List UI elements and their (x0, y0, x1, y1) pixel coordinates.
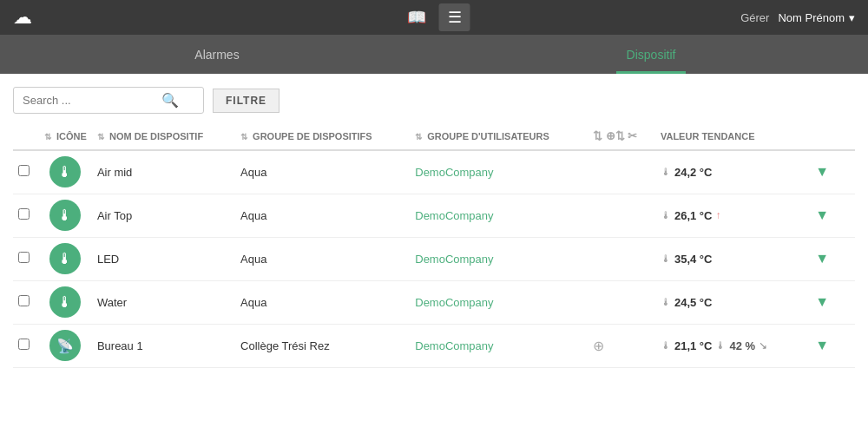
row2-checkbox[interactable] (18, 208, 30, 220)
row3-dropdown-button[interactable]: ▼ (815, 251, 829, 266)
nav-tabs: Alarmes Dispositif (0, 35, 868, 74)
row1-icon-cell: 🌡 (39, 150, 92, 194)
row3-device-name: LED (92, 237, 235, 280)
trend-up-icon: ↑ (715, 209, 720, 221)
col-action (799, 122, 855, 150)
row3-checkbox-cell (13, 237, 39, 280)
row5-trend2-icon: ↘ (759, 339, 767, 352)
col-nom-label: NOM DE DISPOSITIF (109, 131, 203, 141)
table-row: 📡 Bureau 1 Collège Trési Rez DemoCompany… (13, 324, 855, 367)
col-valeur-label: VALEUR TENDANCE (661, 131, 755, 141)
thermometer-small-icon: 🌡 (661, 339, 671, 352)
row4-dropdown-button[interactable]: ▼ (815, 294, 829, 310)
thermometer-small-icon: 🌡 (661, 209, 671, 221)
table-row: 🌡 Air Top Aqua DemoCompany 🌡 26,1 °C ↑ (13, 194, 855, 237)
row1-user-group: DemoCompany (410, 150, 588, 194)
row4-extras (588, 280, 655, 324)
row5-user-group-link[interactable]: DemoCompany (415, 339, 493, 352)
thermometer-small-icon: 🌡 (661, 253, 671, 265)
row2-user-group-link[interactable]: DemoCompany (415, 209, 493, 222)
row3-extras (588, 237, 655, 280)
row4-value: 🌡 24,5 °C (661, 296, 794, 309)
main-content: 🔍 FILTRE ⇅ ICÔNE ⇅ NOM DE DISPOSITIF (0, 74, 868, 434)
row1-device-icon: 🌡 (49, 156, 81, 187)
row2-checkbox-cell (13, 194, 39, 237)
row5-dropdown-button[interactable]: ▼ (815, 338, 829, 353)
row1-value: 🌡 24,2 °C (661, 166, 794, 179)
row4-user-group-link[interactable]: DemoCompany (415, 296, 493, 309)
row2-value-cell: 🌡 26,1 °C ↑ (655, 194, 799, 237)
row1-user-group-link[interactable]: DemoCompany (415, 166, 493, 179)
thermometer-small-icon: 🌡 (661, 296, 671, 308)
row5-icon-cell: 📡 (39, 324, 92, 367)
col-nom[interactable]: ⇅ NOM DE DISPOSITIF (92, 122, 235, 150)
tab-dispositif[interactable]: Dispositif (434, 35, 868, 74)
row5-value2-text: 42 % (729, 339, 755, 352)
row4-value-cell: 🌡 24,5 °C (655, 280, 799, 324)
row2-device-name: Air Top (92, 194, 235, 237)
sort-icon-groupe-disp: ⇅ (240, 132, 247, 141)
row5-device-group: Collège Trési Rez (235, 324, 410, 367)
search-box[interactable]: 🔍 (13, 87, 204, 114)
sort-icon-icone: ⇅ (44, 132, 51, 141)
tab-alarmes-label: Alarmes (194, 48, 239, 62)
row5-value-cell: 🌡 21,1 °C 🌡 42 % ↘ (655, 324, 799, 367)
col-groupe-utilisateurs-label: GROUPE D'UTILISATEURS (427, 131, 549, 141)
row1-checkbox-cell (13, 150, 39, 194)
row2-device-icon: 🌡 (49, 200, 81, 231)
row1-checkbox[interactable] (18, 165, 30, 176)
row3-icon-cell: 🌡 (39, 237, 92, 280)
col-groupe-dispositifs-label: GROUPE DE DISPOSITIFS (253, 131, 372, 141)
book-icon-button[interactable]: 📖 (398, 3, 435, 31)
row3-user-group: DemoCompany (410, 237, 588, 280)
row2-user-group: DemoCompany (410, 194, 588, 237)
row4-value-text: 24,5 °C (674, 296, 713, 309)
sort-icon-nom: ⇅ (97, 132, 104, 141)
col-groupe-dispositifs[interactable]: ⇅ GROUPE DE DISPOSITIFS (235, 122, 410, 150)
row1-device-name: Air mid (92, 150, 235, 194)
row4-checkbox-cell (13, 280, 39, 324)
row2-value-text: 26,1 °C (674, 209, 713, 222)
row1-action-cell: ▼ (799, 150, 855, 194)
row2-dropdown-button[interactable]: ▼ (815, 207, 829, 223)
user-menu[interactable]: Nom Prénom ▾ (778, 11, 855, 24)
row4-icon-cell: 🌡 (39, 280, 92, 324)
row5-value: 🌡 21,1 °C 🌡 42 % ↘ (661, 339, 794, 352)
header: ☁ 📖 ☰ Gérer Nom Prénom ▾ (0, 0, 868, 35)
crosshair-icon: ⊕ (593, 339, 604, 353)
row4-device-icon: 🌡 (49, 286, 81, 318)
row2-icon-cell: 🌡 (39, 194, 92, 237)
row1-device-group: Aqua (235, 150, 410, 194)
search-icon: 🔍 (161, 93, 179, 108)
col-checkbox (13, 122, 39, 150)
row5-checkbox-cell (13, 324, 39, 367)
row1-dropdown-button[interactable]: ▼ (815, 164, 829, 180)
row5-extras: ⊕ (588, 324, 655, 367)
row2-device-group: Aqua (235, 194, 410, 237)
row3-device-group: Aqua (235, 237, 410, 280)
manage-link[interactable]: Gérer (740, 11, 769, 24)
col-valeur: VALEUR TENDANCE (655, 122, 799, 150)
col-icone[interactable]: ⇅ ICÔNE (39, 122, 92, 150)
user-name-label: Nom Prénom (778, 11, 845, 24)
row3-device-icon: 🌡 (49, 243, 81, 274)
sort-icon-groupe-util: ⇅ (415, 132, 422, 141)
row4-user-group: DemoCompany (410, 280, 588, 324)
row4-checkbox[interactable] (18, 295, 30, 306)
search-input[interactable] (23, 94, 161, 107)
col-extras: ⇅ ⊕⇅ ✂ (588, 122, 655, 150)
table-row: 🌡 Water Aqua DemoCompany 🌡 24,5 °C (13, 280, 855, 324)
row2-extras (588, 194, 655, 237)
row3-user-group-link[interactable]: DemoCompany (415, 253, 493, 266)
tab-alarmes[interactable]: Alarmes (0, 35, 434, 74)
row4-action-cell: ▼ (799, 280, 855, 324)
header-right: Gérer Nom Prénom ▾ (740, 11, 855, 24)
thermometer-icon: 🌡 (57, 207, 73, 225)
col-groupe-utilisateurs[interactable]: ⇅ GROUPE D'UTILISATEURS (410, 122, 588, 150)
row3-checkbox[interactable] (18, 252, 30, 263)
row5-checkbox[interactable] (18, 339, 30, 350)
thermometer-icon: 🌡 (57, 250, 73, 268)
filter-button[interactable]: FILTRE (213, 89, 279, 113)
search-button[interactable]: 🔍 (161, 92, 179, 108)
list-icon-button[interactable]: ☰ (439, 3, 470, 31)
